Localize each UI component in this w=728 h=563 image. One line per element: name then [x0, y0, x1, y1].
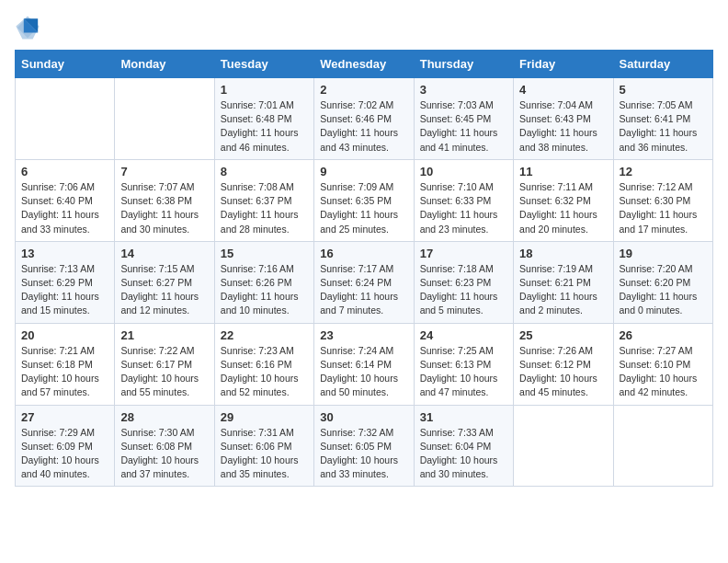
day-info: Sunrise: 7:03 AMSunset: 6:45 PMDaylight:… [420, 98, 507, 155]
day-number: 26 [620, 328, 707, 342]
logo-icon [15, 15, 40, 40]
day-number: 9 [320, 165, 407, 178]
day-info: Sunrise: 7:16 AMSunset: 6:26 PMDaylight:… [221, 262, 308, 318]
day-info: Sunrise: 7:07 AMSunset: 6:38 PMDaylight:… [120, 180, 208, 236]
calendar-cell: 11Sunrise: 7:11 AMSunset: 6:32 PMDayligh… [514, 159, 613, 241]
day-info: Sunrise: 7:12 AMSunset: 6:30 PMDaylight:… [620, 180, 707, 236]
day-info: Sunrise: 7:02 AMSunset: 6:46 PMDaylight:… [320, 98, 407, 155]
day-number: 28 [120, 410, 208, 424]
day-number: 11 [519, 165, 607, 178]
calendar-cell: 27Sunrise: 7:29 AMSunset: 6:09 PMDayligh… [16, 405, 115, 487]
calendar-cell: 31Sunrise: 7:33 AMSunset: 6:04 PMDayligh… [414, 405, 513, 487]
calendar-table: SundayMondayTuesdayWednesdayThursdayFrid… [15, 50, 713, 487]
calendar-cell: 16Sunrise: 7:17 AMSunset: 6:24 PMDayligh… [314, 241, 414, 323]
day-number: 20 [21, 328, 108, 342]
calendar-cell: 24Sunrise: 7:25 AMSunset: 6:13 PMDayligh… [414, 323, 513, 405]
calendar-cell: 10Sunrise: 7:10 AMSunset: 6:33 PMDayligh… [414, 159, 513, 241]
logo [15, 15, 44, 40]
calendar-cell: 2Sunrise: 7:02 AMSunset: 6:46 PMDaylight… [314, 78, 414, 160]
calendar-cell: 21Sunrise: 7:22 AMSunset: 6:17 PMDayligh… [115, 323, 214, 405]
day-info: Sunrise: 7:29 AMSunset: 6:09 PMDaylight:… [21, 426, 108, 482]
day-info: Sunrise: 7:10 AMSunset: 6:33 PMDaylight:… [420, 180, 507, 236]
day-number: 21 [120, 328, 208, 342]
calendar-cell: 19Sunrise: 7:20 AMSunset: 6:20 PMDayligh… [613, 241, 712, 323]
calendar-week-row: 6Sunrise: 7:06 AMSunset: 6:40 PMDaylight… [16, 159, 713, 241]
calendar-cell: 4Sunrise: 7:04 AMSunset: 6:43 PMDaylight… [514, 78, 613, 160]
day-info: Sunrise: 7:05 AMSunset: 6:41 PMDaylight:… [620, 98, 707, 155]
day-number: 1 [221, 83, 308, 97]
calendar-cell [16, 78, 115, 160]
day-number: 19 [620, 247, 707, 260]
day-number: 6 [21, 165, 108, 178]
calendar-cell: 22Sunrise: 7:23 AMSunset: 6:16 PMDayligh… [214, 323, 313, 405]
day-info: Sunrise: 7:08 AMSunset: 6:37 PMDaylight:… [221, 180, 308, 236]
day-number: 13 [21, 247, 108, 260]
day-info: Sunrise: 7:04 AMSunset: 6:43 PMDaylight:… [519, 98, 607, 155]
calendar-cell: 30Sunrise: 7:32 AMSunset: 6:05 PMDayligh… [314, 405, 414, 487]
weekday-header-row: SundayMondayTuesdayWednesdayThursdayFrid… [16, 51, 713, 78]
calendar-cell: 25Sunrise: 7:26 AMSunset: 6:12 PMDayligh… [514, 323, 613, 405]
calendar-cell [514, 405, 613, 487]
weekday-header-tuesday: Tuesday [214, 51, 313, 78]
calendar-cell: 18Sunrise: 7:19 AMSunset: 6:21 PMDayligh… [514, 241, 613, 323]
day-info: Sunrise: 7:31 AMSunset: 6:06 PMDaylight:… [221, 426, 308, 482]
day-info: Sunrise: 7:17 AMSunset: 6:24 PMDaylight:… [320, 262, 407, 318]
calendar-cell: 17Sunrise: 7:18 AMSunset: 6:23 PMDayligh… [414, 241, 513, 323]
day-number: 30 [320, 410, 407, 424]
calendar-cell: 28Sunrise: 7:30 AMSunset: 6:08 PMDayligh… [115, 405, 214, 487]
day-info: Sunrise: 7:25 AMSunset: 6:13 PMDaylight:… [420, 344, 507, 400]
calendar-cell [613, 405, 712, 487]
calendar-week-row: 13Sunrise: 7:13 AMSunset: 6:29 PMDayligh… [16, 241, 713, 323]
weekday-header-monday: Monday [115, 51, 214, 78]
day-number: 31 [420, 410, 507, 424]
calendar-week-row: 27Sunrise: 7:29 AMSunset: 6:09 PMDayligh… [16, 405, 713, 487]
day-info: Sunrise: 7:13 AMSunset: 6:29 PMDaylight:… [21, 262, 108, 318]
weekday-header-wednesday: Wednesday [314, 51, 414, 78]
day-number: 2 [320, 83, 407, 97]
weekday-header-thursday: Thursday [414, 51, 513, 78]
calendar-cell: 7Sunrise: 7:07 AMSunset: 6:38 PMDaylight… [115, 159, 214, 241]
weekday-header-friday: Friday [514, 51, 613, 78]
day-number: 29 [221, 410, 308, 424]
calendar-week-row: 20Sunrise: 7:21 AMSunset: 6:18 PMDayligh… [16, 323, 713, 405]
day-info: Sunrise: 7:19 AMSunset: 6:21 PMDaylight:… [519, 262, 607, 318]
calendar-cell: 13Sunrise: 7:13 AMSunset: 6:29 PMDayligh… [16, 241, 115, 323]
day-number: 24 [420, 328, 507, 342]
day-number: 17 [420, 247, 507, 260]
weekday-header-sunday: Sunday [16, 51, 115, 78]
calendar-cell: 6Sunrise: 7:06 AMSunset: 6:40 PMDaylight… [16, 159, 115, 241]
day-info: Sunrise: 7:11 AMSunset: 6:32 PMDaylight:… [519, 180, 607, 236]
day-number: 5 [620, 83, 707, 97]
day-info: Sunrise: 7:32 AMSunset: 6:05 PMDaylight:… [320, 426, 407, 482]
day-info: Sunrise: 7:20 AMSunset: 6:20 PMDaylight:… [620, 262, 707, 318]
day-info: Sunrise: 7:24 AMSunset: 6:14 PMDaylight:… [320, 344, 407, 400]
calendar-cell: 1Sunrise: 7:01 AMSunset: 6:48 PMDaylight… [214, 78, 313, 160]
day-number: 3 [420, 83, 507, 97]
calendar-cell: 14Sunrise: 7:15 AMSunset: 6:27 PMDayligh… [115, 241, 214, 323]
day-number: 10 [420, 165, 507, 178]
calendar-cell: 29Sunrise: 7:31 AMSunset: 6:06 PMDayligh… [214, 405, 313, 487]
day-number: 7 [120, 165, 208, 178]
day-number: 14 [120, 247, 208, 260]
day-number: 16 [320, 247, 407, 260]
day-number: 23 [320, 328, 407, 342]
day-info: Sunrise: 7:26 AMSunset: 6:12 PMDaylight:… [519, 344, 607, 400]
calendar-cell: 5Sunrise: 7:05 AMSunset: 6:41 PMDaylight… [613, 78, 712, 160]
day-number: 22 [221, 328, 308, 342]
day-info: Sunrise: 7:06 AMSunset: 6:40 PMDaylight:… [21, 180, 108, 236]
day-number: 12 [620, 165, 707, 178]
day-info: Sunrise: 7:33 AMSunset: 6:04 PMDaylight:… [420, 426, 507, 482]
calendar-cell [115, 78, 214, 160]
day-info: Sunrise: 7:27 AMSunset: 6:10 PMDaylight:… [620, 344, 707, 400]
weekday-header-saturday: Saturday [613, 51, 712, 78]
calendar-cell: 20Sunrise: 7:21 AMSunset: 6:18 PMDayligh… [16, 323, 115, 405]
calendar-cell: 15Sunrise: 7:16 AMSunset: 6:26 PMDayligh… [214, 241, 313, 323]
day-info: Sunrise: 7:09 AMSunset: 6:35 PMDaylight:… [320, 180, 407, 236]
day-info: Sunrise: 7:23 AMSunset: 6:16 PMDaylight:… [221, 344, 308, 400]
day-number: 27 [21, 410, 108, 424]
page-header [15, 15, 713, 40]
calendar-week-row: 1Sunrise: 7:01 AMSunset: 6:48 PMDaylight… [16, 78, 713, 160]
calendar-header: SundayMondayTuesdayWednesdayThursdayFrid… [16, 51, 713, 78]
calendar-cell: 8Sunrise: 7:08 AMSunset: 6:37 PMDaylight… [214, 159, 313, 241]
day-number: 18 [519, 247, 607, 260]
